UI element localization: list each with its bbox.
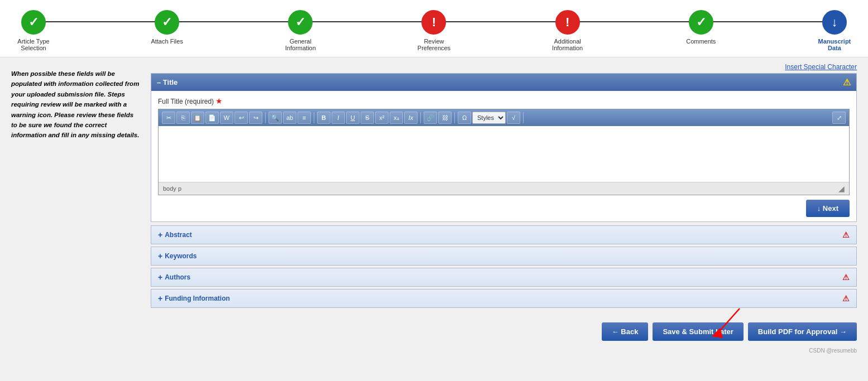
section-abstract[interactable]: + Abstract⚠ [151, 225, 857, 244]
step-circle-additional-info: ! [555, 10, 580, 35]
bold-button[interactable]: B [317, 112, 330, 124]
rich-text-editor[interactable]: ✂ ⎘ 📋 📄 W ↩ ↪ 🔍 ab ≡ [158, 109, 850, 195]
undo-button[interactable]: ↩ [234, 112, 248, 124]
sidebar-info-text: When possible these fields will be popul… [11, 69, 140, 141]
section-keywords[interactable]: + Keywords [151, 247, 857, 266]
step-comments[interactable]: ✓Comments [679, 10, 723, 45]
step-attach-files[interactable]: ✓Attach Files [145, 10, 189, 45]
section-label-keywords: Keywords [165, 252, 196, 260]
step-label-general-info: General Information [285, 38, 316, 51]
copy-button[interactable]: ⎘ [176, 112, 190, 124]
next-btn-area: ↓ Next [158, 195, 850, 221]
required-star: ★ [215, 97, 223, 105]
step-article-type[interactable]: ✓Article Type Selection [11, 10, 56, 51]
watermark: CSDN @resumebb [0, 348, 868, 356]
link-button[interactable]: 🔗 [424, 112, 437, 124]
strikethrough-button[interactable]: S [361, 112, 374, 124]
paste-plain-button[interactable]: 📄 [205, 112, 219, 124]
special-char-button[interactable]: Ω [458, 112, 471, 124]
step-label-review-prefs: Review Preferences [418, 38, 450, 51]
toolbar-sep-2 [314, 112, 314, 123]
title-section-body: Full Title (required) ★ ✂ ⎘ 📋 📄 W [151, 91, 856, 221]
section-warning-funding-information: ⚠ [842, 294, 850, 303]
step-circle-attach-files: ✓ [155, 10, 179, 35]
collapsed-sections: + Abstract⚠+ Keywords+ Authors⚠+ Funding… [151, 225, 857, 308]
section-funding-information[interactable]: + Funding Information⚠ [151, 289, 857, 308]
toolbar-sep-4 [454, 112, 455, 123]
step-circle-article-type: ✓ [21, 10, 46, 35]
styles-dropdown[interactable]: Styles [472, 112, 506, 124]
title-editor-area[interactable] [159, 126, 849, 182]
svg-line-0 [717, 308, 740, 334]
title-section-header[interactable]: – Title ⚠ [151, 74, 856, 91]
remove-format-button[interactable]: Ix [404, 112, 418, 124]
sidebar-info: When possible these fields will be popul… [11, 63, 140, 310]
step-circle-review-prefs: ! [421, 10, 446, 35]
editor-footer: body p ◢ [159, 182, 849, 195]
section-warning-abstract: ⚠ [842, 230, 850, 239]
redo-button[interactable]: ↪ [249, 112, 262, 124]
section-expand-icon-abstract: + [158, 230, 162, 239]
expand-editor-button[interactable]: ⤢ [832, 112, 846, 124]
back-button[interactable]: ← Back [602, 322, 649, 341]
step-manuscript-data[interactable]: ↓Manuscript Data [812, 10, 857, 51]
find-replace-button[interactable]: ab [283, 112, 296, 124]
step-label-comments: Comments [686, 38, 716, 45]
step-review-prefs[interactable]: !Review Preferences [411, 10, 456, 51]
toolbar-sep-3 [420, 112, 421, 123]
step-circle-general-info: ✓ [288, 10, 313, 35]
section-label-funding-information: Funding Information [165, 295, 230, 302]
content-panel: Insert Special Character – Title ⚠ Full … [151, 63, 857, 310]
step-label-article-type: Article Type Selection [17, 38, 49, 51]
underline-button[interactable]: U [346, 112, 359, 124]
superscript-button[interactable]: x² [375, 112, 389, 124]
full-title-label: Full Title (required) ★ [158, 97, 850, 105]
arrow-annotation [701, 306, 745, 339]
step-circle-comments: ✓ [689, 10, 713, 35]
editor-toolbar: ✂ ⎘ 📋 📄 W ↩ ↪ 🔍 ab ≡ [159, 109, 849, 126]
section-authors[interactable]: + Authors⚠ [151, 268, 857, 287]
paste-word-button[interactable]: W [220, 112, 233, 124]
italic-button[interactable]: I [332, 112, 345, 124]
toolbar-sep-1 [265, 112, 266, 123]
paste-button[interactable]: 📋 [191, 112, 204, 124]
step-general-info[interactable]: ✓General Information [278, 10, 323, 51]
step-additional-info[interactable]: !Additional Information [545, 10, 590, 51]
step-label-manuscript-data: Manuscript Data [818, 38, 851, 51]
progress-bar: ✓Article Type Selection✓Attach Files✓Gen… [0, 0, 868, 57]
next-button[interactable]: ↓ Next [806, 200, 850, 217]
insert-special-link[interactable]: Insert Special Character [151, 63, 857, 71]
step-circle-manuscript-data: ↓ [822, 10, 847, 35]
resize-handle[interactable]: ◢ [838, 184, 845, 193]
find-button[interactable]: 🔍 [268, 112, 282, 124]
main-container: When possible these fields will be popul… [0, 57, 868, 316]
subscript-button[interactable]: x₂ [390, 112, 403, 124]
title-section-label: – Title [157, 78, 178, 86]
title-warning-icon: ⚠ [843, 77, 851, 88]
title-section-panel: – Title ⚠ Full Title (required) ★ ✂ ⎘ [151, 73, 857, 222]
section-label-authors: Authors [165, 273, 190, 281]
step-label-attach-files: Attach Files [151, 38, 183, 45]
bottom-wrapper: ← Back Save & Submit Later Build PDF for… [0, 316, 868, 356]
cut-button[interactable]: ✂ [162, 112, 175, 124]
spellcheck-button[interactable]: ≡ [298, 112, 311, 124]
build-pdf-button[interactable]: Build PDF for Approval → [748, 322, 857, 341]
math-button[interactable]: √ [507, 112, 520, 124]
section-label-abstract: Abstract [165, 231, 192, 239]
step-label-additional-info: Additional Information [552, 38, 583, 51]
section-warning-authors: ⚠ [842, 273, 850, 282]
unlink-button[interactable]: ⛓ [438, 112, 452, 124]
section-expand-icon-funding-information: + [158, 294, 162, 303]
next-arrow-icon: ↓ [817, 204, 823, 213]
toolbar-sep-5 [523, 112, 524, 123]
section-expand-icon-keywords: + [158, 252, 162, 261]
section-expand-icon-authors: + [158, 273, 162, 282]
